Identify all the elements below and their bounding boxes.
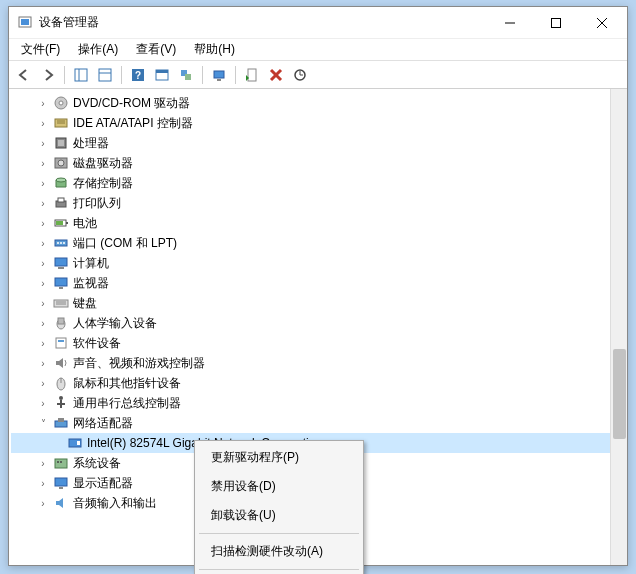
expand-arrow-icon[interactable]: › xyxy=(37,397,49,409)
tree-node-sound[interactable]: ›声音、视频和游戏控制器 xyxy=(11,353,625,373)
expand-arrow-icon[interactable]: › xyxy=(37,357,49,369)
expand-arrow-icon[interactable]: › xyxy=(37,497,49,509)
svg-point-39 xyxy=(60,242,62,244)
ctx-uninstall-device[interactable]: 卸载设备(U) xyxy=(197,501,361,530)
tree-node-label: 端口 (COM 和 LPT) xyxy=(73,235,177,252)
refresh-icon[interactable] xyxy=(175,64,197,86)
audio-icon xyxy=(53,495,69,511)
menu-help[interactable]: 帮助(H) xyxy=(186,39,243,60)
tree-node-network[interactable]: ˅网络适配器 xyxy=(11,413,625,433)
tree-node-hid[interactable]: ›人体学输入设备 xyxy=(11,313,625,333)
properties-panel-icon[interactable] xyxy=(94,64,116,86)
expand-arrow-icon[interactable]: › xyxy=(37,277,49,289)
tree-node-keyboard[interactable]: ›键盘 xyxy=(11,293,625,313)
expand-arrow-icon[interactable]: › xyxy=(37,197,49,209)
sound-icon xyxy=(53,355,69,371)
maximize-button[interactable] xyxy=(533,8,579,38)
network-icon xyxy=(53,415,69,431)
svg-text:?: ? xyxy=(135,70,141,81)
toolbar-separator xyxy=(235,66,236,84)
svg-point-54 xyxy=(59,396,63,400)
expand-arrow-icon[interactable]: › xyxy=(37,237,49,249)
computer-icon xyxy=(53,255,69,271)
titlebar: 设备管理器 xyxy=(9,7,627,39)
help-icon[interactable]: ? xyxy=(127,64,149,86)
tree-node-software[interactable]: ›软件设备 xyxy=(11,333,625,353)
back-icon[interactable] xyxy=(13,64,35,86)
tree-node-label: 声音、视频和游戏控制器 xyxy=(73,355,205,372)
expand-arrow-icon[interactable]: ˅ xyxy=(37,417,49,429)
svg-rect-42 xyxy=(58,267,64,269)
printer-icon xyxy=(53,195,69,211)
tree-node-label: 网络适配器 xyxy=(73,415,133,432)
scrollbar[interactable] xyxy=(610,89,627,565)
forward-icon[interactable] xyxy=(37,64,59,86)
tree-node-mouse[interactable]: ›鼠标和其他指针设备 xyxy=(11,373,625,393)
tree-node-ide[interactable]: ›IDE ATA/ATAPI 控制器 xyxy=(11,113,625,133)
svg-point-23 xyxy=(59,101,63,105)
minimize-button[interactable] xyxy=(487,8,533,38)
svg-rect-50 xyxy=(56,338,66,348)
ctx-scan-hardware[interactable]: 扫描检测硬件改动(A) xyxy=(197,537,361,566)
svg-rect-58 xyxy=(58,418,64,422)
tree-node-label: 音频输入和输出 xyxy=(73,495,157,512)
tree-node-label: 处理器 xyxy=(73,135,109,152)
tree-node-label: 电池 xyxy=(73,215,97,232)
expand-arrow-icon[interactable]: › xyxy=(37,157,49,169)
expand-arrow-icon[interactable]: › xyxy=(37,297,49,309)
tree-node-disc[interactable]: ›DVD/CD-ROM 驱动器 xyxy=(11,93,625,113)
menu-action[interactable]: 操作(A) xyxy=(70,39,126,60)
window-title: 设备管理器 xyxy=(39,14,487,31)
toolbar-separator xyxy=(202,66,203,84)
tree-node-label: 存储控制器 xyxy=(73,175,133,192)
tree-node-storage[interactable]: ›存储控制器 xyxy=(11,173,625,193)
ctx-separator xyxy=(199,569,359,570)
tree-node-port[interactable]: ›端口 (COM 和 LPT) xyxy=(11,233,625,253)
tree-node-printer[interactable]: ›打印队列 xyxy=(11,193,625,213)
ctx-disable-device[interactable]: 禁用设备(D) xyxy=(197,472,361,501)
tree-node-disk[interactable]: ›磁盘驱动器 xyxy=(11,153,625,173)
tree-node-label: 人体学输入设备 xyxy=(73,315,157,332)
menu-file[interactable]: 文件(F) xyxy=(13,39,68,60)
uninstall-icon[interactable] xyxy=(265,64,287,86)
tree-node-label: 打印队列 xyxy=(73,195,121,212)
scan-hardware-icon[interactable] xyxy=(208,64,230,86)
tree-node-computer[interactable]: ›计算机 xyxy=(11,253,625,273)
svg-rect-44 xyxy=(59,287,63,289)
tree-node-cpu[interactable]: ›处理器 xyxy=(11,133,625,153)
display-icon xyxy=(53,475,69,491)
expand-arrow-icon[interactable]: › xyxy=(37,257,49,269)
ide-icon xyxy=(53,115,69,131)
disc-icon xyxy=(53,95,69,111)
expand-arrow-icon[interactable]: › xyxy=(37,337,49,349)
expand-arrow-icon[interactable]: › xyxy=(37,477,49,489)
svg-rect-17 xyxy=(217,79,221,81)
action-icon[interactable] xyxy=(151,64,173,86)
expand-arrow-icon[interactable]: › xyxy=(37,377,49,389)
update-driver-icon[interactable] xyxy=(289,64,311,86)
disk-icon xyxy=(53,155,69,171)
tree-node-monitor[interactable]: ›监视器 xyxy=(11,273,625,293)
expand-arrow-icon[interactable]: › xyxy=(37,317,49,329)
expand-arrow-icon[interactable]: › xyxy=(37,457,49,469)
svg-rect-3 xyxy=(552,18,561,27)
tree-node-usb[interactable]: ›通用串行总线控制器 xyxy=(11,393,625,413)
toolbar-separator xyxy=(121,66,122,84)
svg-rect-41 xyxy=(55,258,67,266)
svg-rect-6 xyxy=(75,69,87,81)
usb-icon xyxy=(53,395,69,411)
ctx-update-driver[interactable]: 更新驱动程序(P) xyxy=(197,443,361,472)
tree-node-battery[interactable]: ›电池 xyxy=(11,213,625,233)
ctx-separator xyxy=(199,533,359,534)
close-button[interactable] xyxy=(579,8,625,38)
menu-view[interactable]: 查看(V) xyxy=(128,39,184,60)
expand-arrow-icon[interactable]: › xyxy=(37,97,49,109)
svg-rect-65 xyxy=(59,487,63,489)
expand-arrow-icon[interactable]: › xyxy=(37,117,49,129)
expand-arrow-icon[interactable]: › xyxy=(37,137,49,149)
show-hide-tree-icon[interactable] xyxy=(70,64,92,86)
enable-icon[interactable] xyxy=(241,64,263,86)
expand-arrow-icon[interactable]: › xyxy=(37,217,49,229)
tree-node-label: 通用串行总线控制器 xyxy=(73,395,181,412)
expand-arrow-icon[interactable]: › xyxy=(37,177,49,189)
